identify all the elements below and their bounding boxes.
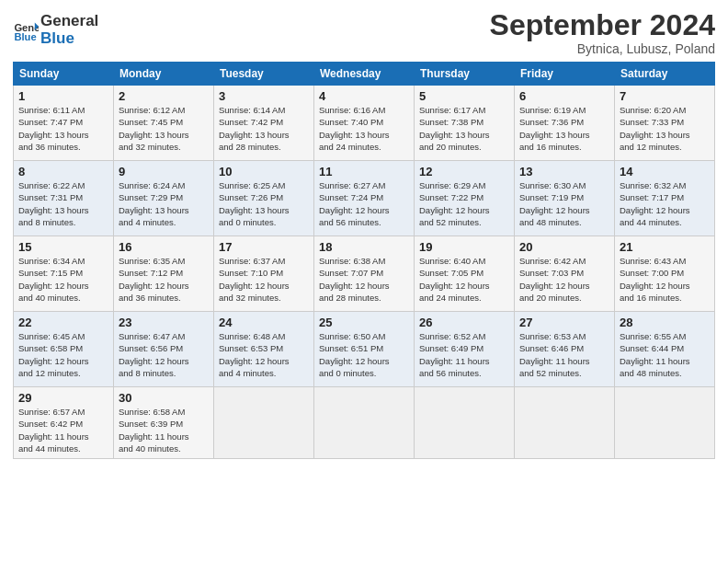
- col-monday: Monday: [114, 63, 214, 86]
- col-saturday: Saturday: [615, 63, 715, 86]
- table-row: 11Sunrise: 6:27 AM Sunset: 7:24 PM Dayli…: [314, 161, 415, 236]
- calendar-container: General Blue General Blue September 2024…: [0, 0, 728, 563]
- table-row: 15Sunrise: 6:34 AM Sunset: 7:15 PM Dayli…: [14, 236, 114, 312]
- table-row: 2Sunrise: 6:12 AM Sunset: 7:45 PM Daylig…: [114, 86, 214, 161]
- col-friday: Friday: [515, 63, 615, 86]
- logo-blue: Blue: [40, 30, 98, 48]
- logo-icon: General Blue: [13, 17, 39, 43]
- table-row: [515, 387, 615, 459]
- table-row: 19Sunrise: 6:40 AM Sunset: 7:05 PM Dayli…: [415, 236, 515, 312]
- col-thursday: Thursday: [415, 63, 515, 86]
- table-row: 24Sunrise: 6:48 AM Sunset: 6:53 PM Dayli…: [214, 312, 314, 387]
- table-row: 3Sunrise: 6:14 AM Sunset: 7:42 PM Daylig…: [214, 86, 314, 161]
- table-row: 5Sunrise: 6:17 AM Sunset: 7:38 PM Daylig…: [415, 86, 515, 161]
- table-row: 14Sunrise: 6:32 AM Sunset: 7:17 PM Dayli…: [615, 161, 715, 236]
- table-row: 17Sunrise: 6:37 AM Sunset: 7:10 PM Dayli…: [214, 236, 314, 312]
- col-sunday: Sunday: [14, 63, 114, 86]
- table-row: 1Sunrise: 6:11 AM Sunset: 7:47 PM Daylig…: [14, 86, 114, 161]
- location: Bytnica, Lubusz, Poland: [490, 41, 715, 56]
- table-row: 12Sunrise: 6:29 AM Sunset: 7:22 PM Dayli…: [415, 161, 515, 236]
- table-row: 27Sunrise: 6:53 AM Sunset: 6:46 PM Dayli…: [515, 312, 615, 387]
- table-row: 16Sunrise: 6:35 AM Sunset: 7:12 PM Dayli…: [114, 236, 214, 312]
- table-row: 20Sunrise: 6:42 AM Sunset: 7:03 PM Dayli…: [515, 236, 615, 312]
- table-row: 29Sunrise: 6:57 AM Sunset: 6:42 PM Dayli…: [14, 387, 114, 459]
- logo-general: General: [40, 13, 98, 30]
- table-row: [214, 387, 314, 459]
- table-row: 6Sunrise: 6:19 AM Sunset: 7:36 PM Daylig…: [515, 86, 615, 161]
- table-row: 4Sunrise: 6:16 AM Sunset: 7:40 PM Daylig…: [314, 86, 415, 161]
- table-row: 9Sunrise: 6:24 AM Sunset: 7:29 PM Daylig…: [114, 161, 214, 236]
- table-row: [615, 387, 715, 459]
- table-row: 21Sunrise: 6:43 AM Sunset: 7:00 PM Dayli…: [615, 236, 715, 312]
- table-row: 25Sunrise: 6:50 AM Sunset: 6:51 PM Dayli…: [314, 312, 415, 387]
- table-row: 13Sunrise: 6:30 AM Sunset: 7:19 PM Dayli…: [515, 161, 615, 236]
- table-row: 18Sunrise: 6:38 AM Sunset: 7:07 PM Dayli…: [314, 236, 415, 312]
- col-wednesday: Wednesday: [314, 63, 415, 86]
- table-row: [314, 387, 415, 459]
- header: General Blue General Blue September 2024…: [13, 9, 715, 56]
- table-row: 23Sunrise: 6:47 AM Sunset: 6:56 PM Dayli…: [114, 312, 214, 387]
- table-row: 10Sunrise: 6:25 AM Sunset: 7:26 PM Dayli…: [214, 161, 314, 236]
- logo: General Blue General Blue: [13, 13, 98, 47]
- table-row: 28Sunrise: 6:55 AM Sunset: 6:44 PM Dayli…: [615, 312, 715, 387]
- table-row: [415, 387, 515, 459]
- title-block: September 2024 Bytnica, Lubusz, Poland: [490, 9, 715, 56]
- table-row: 8Sunrise: 6:22 AM Sunset: 7:31 PM Daylig…: [14, 161, 114, 236]
- header-row: Sunday Monday Tuesday Wednesday Thursday…: [14, 63, 715, 86]
- calendar-table: Sunday Monday Tuesday Wednesday Thursday…: [13, 62, 715, 459]
- month-title: September 2024: [490, 9, 715, 41]
- svg-text:Blue: Blue: [14, 31, 36, 42]
- table-row: 30Sunrise: 6:58 AM Sunset: 6:39 PM Dayli…: [114, 387, 214, 459]
- table-row: 22Sunrise: 6:45 AM Sunset: 6:58 PM Dayli…: [14, 312, 114, 387]
- table-row: 26Sunrise: 6:52 AM Sunset: 6:49 PM Dayli…: [415, 312, 515, 387]
- col-tuesday: Tuesday: [214, 63, 314, 86]
- table-row: 7Sunrise: 6:20 AM Sunset: 7:33 PM Daylig…: [615, 86, 715, 161]
